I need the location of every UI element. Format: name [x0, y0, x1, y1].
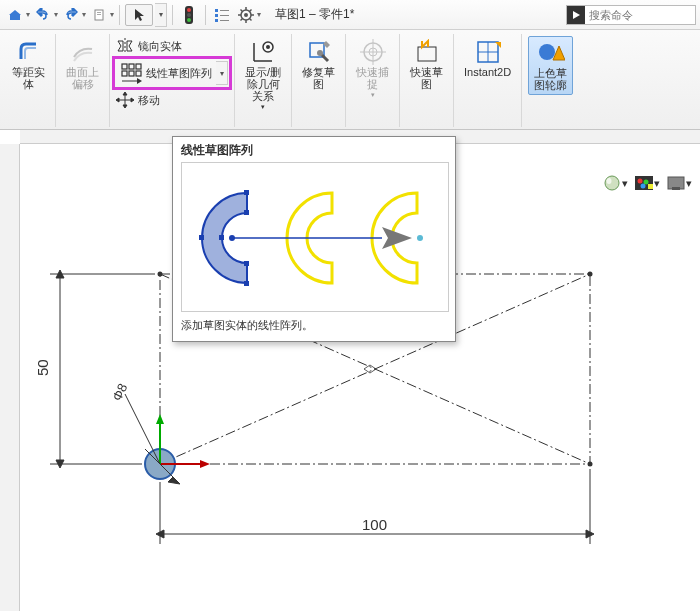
svg-point-85	[607, 178, 612, 184]
svg-point-100	[229, 235, 235, 241]
offset-entities-label: 等距实 体	[12, 66, 45, 90]
traffic-light-icon[interactable]	[178, 4, 200, 26]
offset-entities-button[interactable]: 等距实 体	[8, 36, 49, 93]
svg-marker-40	[123, 105, 127, 108]
display-style-icon[interactable]: ▾	[666, 172, 692, 194]
select-arrow-drop[interactable]: ▾	[155, 3, 167, 27]
surface-offset-button: 曲面上 偏移	[62, 36, 103, 93]
doc-drop-icon[interactable]: ▾	[110, 10, 114, 19]
list-icon[interactable]	[211, 4, 233, 26]
svg-rect-90	[648, 184, 653, 189]
instant2d-label: Instant2D	[464, 66, 511, 78]
svg-rect-31	[129, 64, 134, 69]
svg-marker-41	[116, 98, 119, 102]
linear-pattern-highlight: 线性草图阵列 ▾	[112, 56, 232, 90]
display-relations-drop-icon[interactable]: ▾	[261, 103, 265, 111]
svg-line-23	[250, 18, 252, 20]
svg-point-64	[588, 462, 593, 467]
svg-rect-92	[672, 187, 680, 190]
svg-rect-14	[215, 19, 218, 22]
svg-rect-96	[244, 261, 249, 266]
redo-icon[interactable]	[60, 4, 82, 26]
undo-icon[interactable]	[32, 4, 54, 26]
svg-point-89	[641, 184, 646, 189]
mirror-entities-button[interactable]: 镜向实体	[112, 36, 232, 56]
repair-sketch-button[interactable]: 修复草 图	[298, 36, 339, 93]
svg-marker-39	[123, 92, 127, 95]
dim-vertical: 50	[34, 359, 51, 376]
search-command-box[interactable]	[566, 5, 696, 25]
svg-rect-15	[220, 20, 229, 21]
rapid-sketch-button[interactable]: 快速草 图	[406, 36, 447, 93]
quick-snap-button: 快速捕 捉 ▾	[352, 36, 393, 102]
svg-rect-10	[215, 9, 218, 12]
svg-point-8	[187, 13, 191, 17]
home-drop-icon[interactable]: ▾	[26, 10, 30, 19]
undo-drop-icon[interactable]: ▾	[54, 10, 58, 19]
svg-rect-4	[97, 14, 101, 15]
svg-marker-28	[118, 41, 123, 51]
svg-rect-3	[97, 12, 101, 13]
dim-diameter: Φ8	[109, 381, 130, 403]
svg-rect-34	[129, 71, 134, 76]
shaded-contour-button[interactable]: 上色草 图轮廓	[528, 36, 573, 95]
search-run-icon[interactable]	[567, 6, 585, 24]
instant2d-button[interactable]: Instant2D	[460, 36, 515, 81]
options-drop-icon[interactable]: ▾	[257, 10, 261, 19]
svg-point-61	[158, 272, 163, 277]
select-arrow-button[interactable]	[125, 4, 153, 26]
svg-line-22	[241, 9, 243, 11]
svg-marker-68	[200, 460, 210, 468]
tooltip-title: 线性草图阵列	[173, 137, 455, 162]
tooltip-linear-pattern: 线性草图阵列 添加草图实体的线性阵列。	[172, 136, 456, 342]
svg-rect-30	[122, 64, 127, 69]
svg-rect-98	[219, 235, 224, 240]
home-menu-icon[interactable]	[4, 4, 26, 26]
appearance-icon[interactable]: ▾	[602, 172, 628, 194]
svg-point-88	[644, 180, 649, 185]
tooltip-preview-image	[181, 162, 449, 312]
title-bar: ▾ ▾ ▾ ▾ ▾ ▾ 草图1 – 零件1*	[0, 0, 700, 30]
svg-rect-11	[220, 10, 229, 11]
display-relations-button[interactable]: 显示/删 除几何 关系 ▾	[241, 36, 285, 114]
doc-icon[interactable]	[88, 4, 110, 26]
display-relations-label: 显示/删 除几何 关系	[245, 66, 281, 102]
svg-rect-0	[10, 15, 20, 20]
redo-drop-icon[interactable]: ▾	[82, 10, 86, 19]
linear-pattern-drop[interactable]: ▾	[216, 61, 228, 85]
tooltip-desc: 添加草图实体的线性阵列。	[173, 316, 455, 341]
svg-marker-73	[168, 477, 180, 484]
dim-horizontal: 100	[362, 516, 387, 533]
search-input[interactable]	[585, 9, 695, 21]
svg-marker-70	[156, 414, 164, 424]
svg-marker-42	[131, 98, 134, 102]
repair-sketch-label: 修复草 图	[302, 66, 335, 90]
scene-icon[interactable]: ▾	[634, 172, 660, 194]
svg-point-48	[317, 50, 323, 56]
linear-pattern-label: 线性草图阵列	[146, 66, 212, 81]
shaded-contour-label: 上色草 图轮廓	[534, 67, 567, 91]
svg-point-46	[266, 45, 270, 49]
options-gear-icon[interactable]	[235, 4, 257, 26]
svg-point-56	[539, 44, 555, 60]
move-entities-button[interactable]: 移动	[112, 90, 232, 110]
svg-rect-94	[244, 281, 249, 286]
svg-line-24	[241, 18, 243, 20]
linear-pattern-button[interactable]: 线性草图阵列	[116, 60, 216, 86]
svg-line-25	[250, 9, 252, 11]
svg-point-87	[638, 179, 643, 184]
ruler-vertical	[0, 144, 20, 611]
surface-offset-label: 曲面上 偏移	[66, 66, 99, 90]
quick-snap-label: 快速捕 捉	[356, 66, 389, 90]
svg-marker-26	[573, 11, 580, 19]
document-title: 草图1 – 零件1*	[275, 6, 354, 23]
svg-marker-102	[382, 227, 412, 249]
svg-rect-12	[215, 14, 218, 17]
view-mini-toolbar: ▾ ▾ ▾	[602, 172, 692, 194]
svg-marker-29	[127, 41, 132, 51]
svg-point-7	[187, 8, 191, 12]
mirror-entities-label: 镜向实体	[138, 39, 182, 54]
svg-rect-95	[244, 210, 249, 215]
svg-rect-53	[418, 47, 436, 61]
svg-rect-13	[220, 15, 229, 16]
